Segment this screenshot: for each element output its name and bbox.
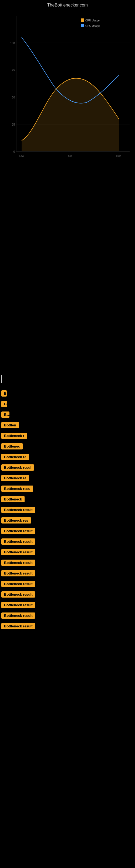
result-item-6: Bottlenec (0, 443, 135, 451)
svg-text:0: 0 (13, 150, 15, 153)
svg-text:Mid: Mid (68, 155, 72, 157)
result-item-7: Bottleneck re (0, 453, 135, 462)
result-item-13: Bottleneck res (0, 517, 135, 525)
result-badge-5: Bottleneck r (1, 433, 27, 439)
result-badge-17: Bottleneck result (1, 560, 35, 566)
result-badge-11: Bottleneck (1, 496, 25, 502)
result-badge-22: Bottleneck result (1, 613, 35, 619)
result-item-5: Bottleneck r (0, 432, 135, 440)
svg-text:75: 75 (12, 69, 15, 72)
result-item-19: Bottleneck result (0, 580, 135, 589)
result-badge-4: Bottlen (1, 422, 19, 428)
results-section: BBBoBottlenBottleneck rBottlenecBottlene… (0, 374, 135, 631)
result-item-2: B (0, 400, 135, 409)
result-badge-3: Bo (1, 411, 9, 418)
result-item-11: Bottleneck (0, 496, 135, 504)
svg-text:GPU Usage: GPU Usage (85, 24, 100, 27)
svg-rect-17 (81, 24, 84, 27)
result-badge-19: Bottleneck result (1, 581, 35, 587)
result-item-16: Bottleneck result (0, 549, 135, 557)
result-item-9: Bottleneck re (0, 474, 135, 483)
result-item-3: Bo (0, 411, 135, 420)
result-badge-16: Bottleneck result (1, 549, 35, 555)
result-item-10: Bottleneck resu (0, 485, 135, 493)
result-badge-10: Bottleneck resu (1, 486, 33, 492)
result-item-17: Bottleneck result (0, 559, 135, 567)
result-item-23: Bottleneck result (0, 622, 135, 631)
svg-text:Low: Low (19, 155, 24, 157)
result-badge-20: Bottleneck result (1, 591, 35, 597)
result-item-4: Bottlen (0, 422, 135, 430)
result-badge-1: B (1, 390, 7, 397)
svg-text:High: High (117, 155, 122, 157)
result-badge-8: Bottleneck resul (1, 464, 34, 471)
result-badge-14: Bottleneck result (1, 528, 35, 534)
chart-area: 100 75 50 25 0 Low Mid High CPU Usage GP… (0, 10, 135, 167)
result-item-20: Bottleneck result (0, 591, 135, 599)
result-item-18: Bottleneck result (0, 569, 135, 578)
cursor-indicator (0, 374, 135, 386)
svg-text:100: 100 (10, 42, 15, 45)
svg-text:50: 50 (12, 96, 15, 99)
result-badge-18: Bottleneck result (1, 570, 35, 577)
svg-text:CPU Usage: CPU Usage (85, 19, 100, 22)
svg-rect-15 (81, 19, 84, 22)
result-item-1: B (0, 390, 135, 398)
result-badge-6: Bottlenec (1, 443, 23, 450)
result-badge-21: Bottleneck result (1, 602, 35, 608)
result-badge-13: Bottleneck res (1, 517, 31, 524)
result-item-8: Bottleneck resul (0, 464, 135, 472)
result-badge-2: B (1, 401, 7, 407)
result-item-15: Bottleneck result (0, 538, 135, 546)
result-badge-12: Bottleneck result (1, 507, 35, 513)
site-title: TheBottlenecker.com (0, 0, 135, 10)
result-badge-23: Bottleneck result (1, 623, 35, 629)
result-item-12: Bottleneck result (0, 506, 135, 515)
result-item-22: Bottleneck result (0, 612, 135, 620)
result-badge-9: Bottleneck re (1, 475, 29, 481)
result-item-21: Bottleneck result (0, 601, 135, 610)
result-badge-15: Bottleneck result (1, 538, 35, 545)
results-list: BBBoBottlenBottleneck rBottlenecBottlene… (0, 390, 135, 631)
result-badge-7: Bottleneck re (1, 454, 29, 460)
result-item-14: Bottleneck result (0, 527, 135, 536)
svg-text:25: 25 (12, 123, 15, 126)
